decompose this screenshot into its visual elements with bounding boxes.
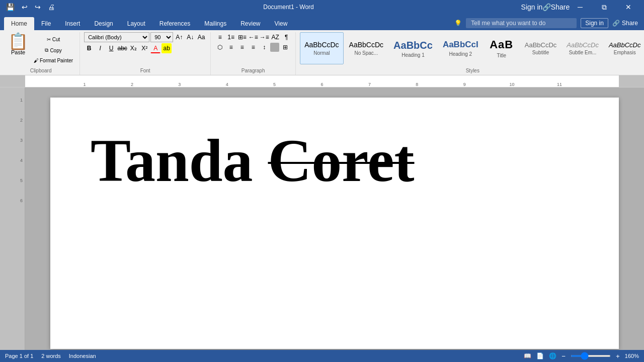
numbering-button[interactable]: 1≡ bbox=[226, 32, 236, 42]
signin-button[interactable]: Sign in bbox=[581, 18, 608, 28]
style-normal-preview: AaBbCcDc bbox=[304, 41, 339, 49]
align-center-button[interactable]: ≡ bbox=[226, 42, 236, 52]
tell-me-search[interactable] bbox=[466, 18, 577, 28]
save-button[interactable]: 💾 bbox=[4, 2, 17, 12]
style-title[interactable]: AaB Title bbox=[484, 32, 519, 64]
zoom-out-button[interactable]: − bbox=[561, 352, 566, 360]
style-nospace-preview: AaBbCcDc bbox=[349, 41, 383, 49]
style-title-label: Title bbox=[497, 53, 506, 58]
tab-layout[interactable]: Layout bbox=[120, 17, 152, 30]
tab-insert[interactable]: Insert bbox=[58, 17, 87, 30]
style-h2-label: Heading 2 bbox=[449, 51, 472, 57]
minimize-button[interactable]: ─ bbox=[569, 0, 592, 14]
word-count: 2 words bbox=[41, 353, 61, 359]
title-bar: 💾 ↩ ↪ 🖨 Document1 - Word Sign in 🔗 Share… bbox=[0, 0, 644, 14]
quick-access-toolbar: 💾 ↩ ↪ 🖨 bbox=[4, 2, 57, 12]
align-right-button[interactable]: ≡ bbox=[237, 42, 247, 52]
tab-view[interactable]: View bbox=[268, 17, 295, 30]
web-layout-button[interactable]: 🌐 bbox=[549, 352, 556, 359]
font-family-select[interactable]: Calibri (Body) bbox=[84, 32, 149, 42]
paste-button[interactable]: 📋 Paste bbox=[6, 32, 30, 67]
ribbon-tab-bar: Home File Insert Design Layout Reference… bbox=[0, 14, 644, 30]
print-layout-button[interactable]: 📄 bbox=[536, 352, 544, 359]
style-normal-label: Normal bbox=[313, 50, 330, 56]
style-normal[interactable]: AaBbCcDc Normal bbox=[300, 32, 343, 64]
font-increase-button[interactable]: A↑ bbox=[174, 32, 184, 42]
ruler-tick: 2 bbox=[131, 82, 133, 87]
tab-design[interactable]: Design bbox=[87, 17, 120, 30]
strikethrough-button[interactable]: abc bbox=[117, 43, 127, 53]
print-button[interactable]: 🖨 bbox=[46, 2, 57, 12]
close-button[interactable]: ✕ bbox=[617, 0, 640, 14]
style-subtle-emphasis[interactable]: AaBbCcDc Subtle Em... bbox=[562, 32, 603, 64]
font-decrease-button[interactable]: A↓ bbox=[185, 32, 195, 42]
read-mode-button[interactable]: 📖 bbox=[524, 352, 531, 359]
share-button[interactable]: 🔗 Share bbox=[612, 20, 638, 27]
format-painter-label: Format Painter bbox=[40, 58, 73, 63]
shading-button[interactable] bbox=[270, 43, 279, 52]
paragraph-label: Paragraph bbox=[215, 67, 291, 75]
underline-button[interactable]: U bbox=[106, 43, 116, 53]
justify-button[interactable]: ≡ bbox=[248, 42, 258, 52]
style-h1-label: Heading 1 bbox=[401, 52, 425, 58]
undo-button[interactable]: ↩ bbox=[20, 2, 30, 12]
text-tanda: Tanda bbox=[91, 127, 253, 194]
style-nospace[interactable]: AaBbCcDc No Spac... bbox=[345, 32, 388, 64]
highlight-button[interactable]: ab bbox=[162, 43, 172, 53]
borders-button[interactable]: ⊞ bbox=[280, 42, 290, 52]
style-heading2[interactable]: AaBbCcI Heading 2 bbox=[438, 32, 483, 64]
subscript-button[interactable]: X₂ bbox=[128, 43, 138, 53]
zoom-slider[interactable] bbox=[571, 355, 611, 357]
align-left-button[interactable]: ⬡ bbox=[215, 42, 225, 52]
document-area: Tanda Coret bbox=[25, 87, 644, 350]
clear-format-button[interactable]: Aa bbox=[196, 32, 206, 42]
tab-review[interactable]: Review bbox=[233, 17, 267, 30]
ruler-main: 1 2 3 4 5 6 7 8 9 10 11 bbox=[25, 75, 619, 87]
font-size-select[interactable]: 90 bbox=[150, 32, 173, 42]
sort-button[interactable]: AZ bbox=[270, 32, 280, 42]
bold-button[interactable]: B bbox=[84, 43, 94, 53]
tab-file[interactable]: File bbox=[34, 17, 58, 30]
document-page[interactable]: Tanda Coret bbox=[50, 98, 619, 349]
increase-indent-button[interactable]: →≡ bbox=[259, 32, 269, 42]
style-h2-preview: AaBbCcI bbox=[443, 40, 478, 50]
decrease-indent-button[interactable]: ←≡ bbox=[248, 32, 258, 42]
show-marks-button[interactable]: ¶ bbox=[281, 32, 291, 42]
tab-home[interactable]: Home bbox=[4, 17, 34, 30]
share-button[interactable]: 🔗 Share bbox=[544, 0, 568, 14]
style-subtitle-label: Subtitle bbox=[532, 50, 549, 55]
tab-mailings[interactable]: Mailings bbox=[197, 17, 233, 30]
style-emphasis[interactable]: AaBbCcDc Emphasis bbox=[604, 32, 644, 64]
sign-in-button[interactable]: Sign in bbox=[520, 0, 543, 14]
style-emphasis-preview: AaBbCcDc bbox=[609, 41, 641, 49]
tab-references[interactable]: References bbox=[152, 17, 197, 30]
zoom-in-button[interactable]: + bbox=[616, 352, 620, 360]
multilevel-list-button[interactable]: ⊞≡ bbox=[237, 32, 247, 42]
bullets-button[interactable]: ≡ bbox=[215, 32, 225, 42]
style-heading1[interactable]: AaBbCc Heading 1 bbox=[389, 32, 437, 64]
copy-label: Copy bbox=[50, 48, 61, 53]
superscript-button[interactable]: X² bbox=[139, 43, 149, 53]
text-color-button[interactable]: A bbox=[150, 43, 160, 53]
ruler-tick: 8 bbox=[416, 82, 418, 87]
style-subtle-preview: AaBbCcDc bbox=[567, 41, 599, 49]
font-group-label: Font bbox=[84, 67, 206, 75]
page-count: Page 1 of 1 bbox=[5, 353, 33, 359]
style-subtitle[interactable]: AaBbCcDc Subtitle bbox=[520, 32, 561, 64]
format-painter-button[interactable]: 🖌 Format Painter bbox=[31, 56, 75, 65]
document-content[interactable]: Tanda Coret bbox=[91, 128, 579, 194]
cut-button[interactable]: ✂ Cut bbox=[31, 34, 75, 44]
ruler-tick: 1 bbox=[83, 82, 86, 87]
copy-button[interactable]: ⧉ Copy bbox=[31, 45, 75, 55]
redo-button[interactable]: ↪ bbox=[33, 2, 43, 12]
ruler-tick: 9 bbox=[463, 82, 466, 87]
language-status: Indonesian bbox=[69, 353, 96, 359]
restore-button[interactable]: ⧉ bbox=[593, 0, 616, 14]
font-group: Calibri (Body) 90 A↑ A↓ Aa B I U abc X₂ … bbox=[80, 32, 211, 75]
paste-icon: 📋 bbox=[8, 33, 28, 49]
paragraph-group: ≡ 1≡ ⊞≡ ←≡ →≡ AZ ¶ ⬡ ≡ ≡ ≡ ↕ ⊞ Paragraph bbox=[211, 32, 296, 75]
italic-button[interactable]: I bbox=[95, 43, 105, 53]
line-spacing-button[interactable]: ↕ bbox=[259, 42, 269, 52]
ruler-tick: 5 bbox=[273, 82, 276, 87]
ruler-tick: 10 bbox=[510, 82, 515, 87]
